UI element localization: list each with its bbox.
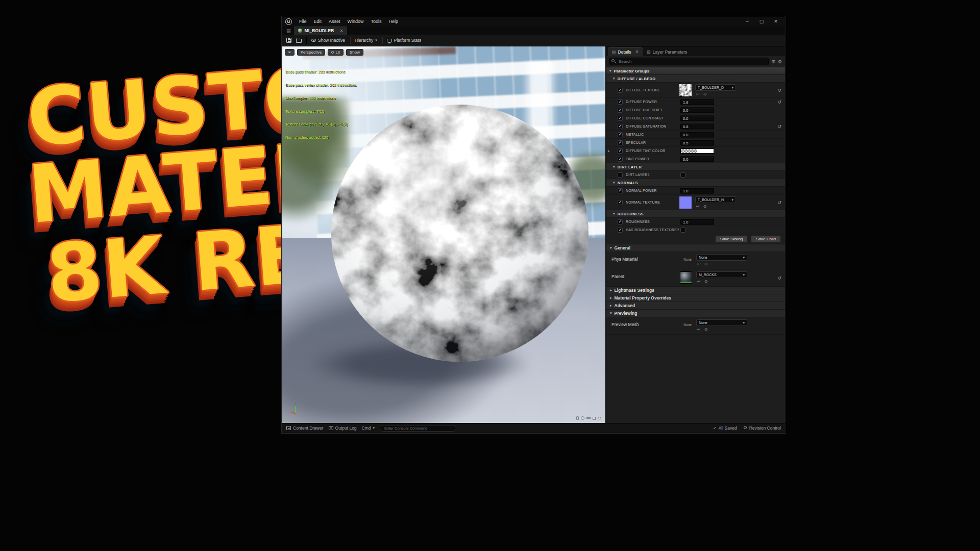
lit-mode-button[interactable]: Lit [328,49,343,56]
reset-to-default-icon[interactable]: ↺ [777,99,781,105]
param-checkbox[interactable]: ✓ [618,228,623,233]
param-checkbox[interactable]: ✓ [618,99,623,105]
roughness-input[interactable]: 1.0 [680,219,714,224]
use-selected-asset-icon[interactable]: ↩ [697,262,701,266]
normal-power-input[interactable]: 1.0 [680,188,714,193]
details-tab-close-icon[interactable]: ✕ [635,49,639,54]
teapot-shape-icon[interactable] [598,417,601,419]
save-child-button[interactable]: Save Child [751,235,781,243]
browse-to-asset-icon[interactable] [296,39,302,43]
param-checkbox[interactable]: ✓ [618,124,623,129]
hierarchy-button[interactable]: Hierarchy ▾ [355,38,377,43]
menu-window[interactable]: Window [345,18,367,25]
diffuse-texture-thumbnail[interactable] [679,84,692,97]
search-input[interactable] [609,58,769,65]
preview-mesh-dropdown[interactable]: None ▾ [696,319,747,326]
browse-asset-icon[interactable]: ⊙ [704,327,708,332]
browse-asset-icon[interactable]: ⊙ [704,262,708,266]
param-checkbox[interactable]: ✓ [618,219,623,224]
normal-texture-dropdown[interactable]: T_BOULDER_N ▾ [695,196,736,203]
reset-to-default-icon[interactable]: ↺ [777,88,781,93]
all-saved-indicator[interactable]: ✓ All Saved [713,425,737,431]
tab-close-icon[interactable]: ✕ [340,29,344,33]
menu-edit[interactable]: Edit [311,18,325,25]
parent-dropdown[interactable]: M_ROCKS ▾ [696,271,747,278]
menu-asset[interactable]: Asset [326,18,344,25]
use-selected-asset-icon[interactable]: ↩ [696,204,700,209]
save-icon[interactable] [286,38,291,43]
diffuse-power-input[interactable]: 1.8 [680,99,714,105]
diffuse-texture-dropdown[interactable]: T_BOULDER_D ▾ [695,84,736,91]
use-selected-asset-icon[interactable]: ↩ [697,327,701,332]
tab-details[interactable]: ▤ Details ✕ [608,47,643,56]
section-lightmass-settings[interactable]: ▸ Lightmass Settings [606,287,785,294]
show-inactive-button[interactable]: Show Inactive [311,38,345,43]
reset-to-default-icon[interactable]: ↺ [777,200,781,205]
menu-file[interactable]: File [296,18,310,25]
section-advanced[interactable]: ▸ Advanced [606,302,785,310]
section-material-property-overrides[interactable]: ▸ Material Property Overrides [606,294,785,302]
param-checkbox[interactable]: ✓ [618,157,623,162]
section-general[interactable]: ▾ General [606,244,785,252]
tint-color-swatch[interactable] [680,148,714,154]
diffuse-hue-shift-input[interactable]: 0.0 [680,107,714,113]
tab-well-icon[interactable]: ▤ [286,28,291,33]
use-selected-asset-icon[interactable]: ↩ [697,279,701,284]
close-button[interactable]: ✕ [770,17,782,26]
sphere-shape-icon[interactable] [581,416,584,420]
revision-control-button[interactable]: Revision Control [743,425,781,431]
param-checkbox[interactable] [618,172,623,178]
section-roughness[interactable]: ▾ ROUGHNESS [606,210,785,218]
cmd-dropdown[interactable]: Cmd ▾ [362,425,375,431]
viewport-menu-button[interactable]: ≡ [285,49,295,56]
browse-asset-icon[interactable]: ⊙ [703,92,707,96]
material-preview-sphere[interactable] [330,104,590,363]
console-command-input[interactable] [380,425,456,432]
show-flags-button[interactable]: Show [346,49,363,56]
diffuse-contrast-input[interactable]: 0.0 [680,115,714,121]
plane-shape-icon[interactable] [586,417,591,419]
caret-right-icon[interactable]: ▸ [608,149,610,153]
section-dirt-layer[interactable]: ▾ DIRT LAYER [606,163,785,171]
cube-shape-icon[interactable] [593,417,596,420]
content-drawer-button[interactable]: Content Drawer [286,425,324,431]
section-previewing[interactable]: ▾ Previewing [606,310,785,317]
reset-to-default-icon[interactable]: ↺ [777,124,781,129]
param-checkbox[interactable]: ✓ [618,140,623,145]
menu-help[interactable]: Help [386,18,402,25]
section-diffuse-albedo[interactable]: ▾ DIFFUSE / ALBEDO [606,75,785,83]
param-checkbox[interactable]: ✓ [618,108,623,113]
cylinder-shape-icon[interactable] [576,416,579,420]
reset-to-default-icon[interactable]: ↺ [777,276,781,281]
display-options-icon[interactable]: ⊞ [771,59,775,64]
section-normals[interactable]: ▾ NORMALS [606,179,785,187]
minimize-button[interactable]: – [741,17,753,26]
browse-asset-icon[interactable]: ⊙ [704,279,708,284]
dirt-layer-checkbox[interactable] [680,172,685,178]
phys-material-dropdown[interactable]: None ▾ [696,254,747,261]
menu-tools[interactable]: Tools [368,18,385,25]
normal-texture-thumbnail[interactable] [679,196,692,209]
specular-input[interactable]: 0.5 [680,140,714,145]
tab-mi-boudler[interactable]: MI_BOUDLER ✕ [294,27,348,35]
platform-stats-button[interactable]: Platform Stats [387,38,421,43]
browse-asset-icon[interactable]: ⊙ [703,204,707,209]
tab-layer-parameters[interactable]: ▧ Layer Parameters [643,47,691,56]
diffuse-saturation-input[interactable]: 0.8 [680,123,714,129]
settings-gear-icon[interactable]: ⚙ [778,59,782,64]
tint-power-input[interactable]: 0.0 [680,156,714,162]
param-checkbox[interactable]: ✓ [618,116,623,121]
output-log-button[interactable]: Output Log [329,425,357,431]
param-checkbox[interactable]: ✓ [618,88,623,93]
has-roughness-texture-checkbox[interactable] [680,228,685,233]
param-checkbox[interactable]: ✓ [618,188,623,193]
use-selected-asset-icon[interactable]: ↩ [696,92,700,96]
param-checkbox[interactable]: ✓ [618,132,623,137]
perspective-button[interactable]: Perspective [297,49,326,56]
category-parameter-groups[interactable]: ▾ Parameter Groups [606,67,785,75]
preview-viewport[interactable]: ≡ Perspective Lit Show Base pass shader:… [282,46,605,423]
param-checkbox[interactable]: ✓ [618,148,623,154]
save-sibling-button[interactable]: Save Sibling [715,235,748,243]
maximize-button[interactable]: ▢ [755,17,768,26]
metallic-input[interactable]: 0.0 [680,132,714,137]
